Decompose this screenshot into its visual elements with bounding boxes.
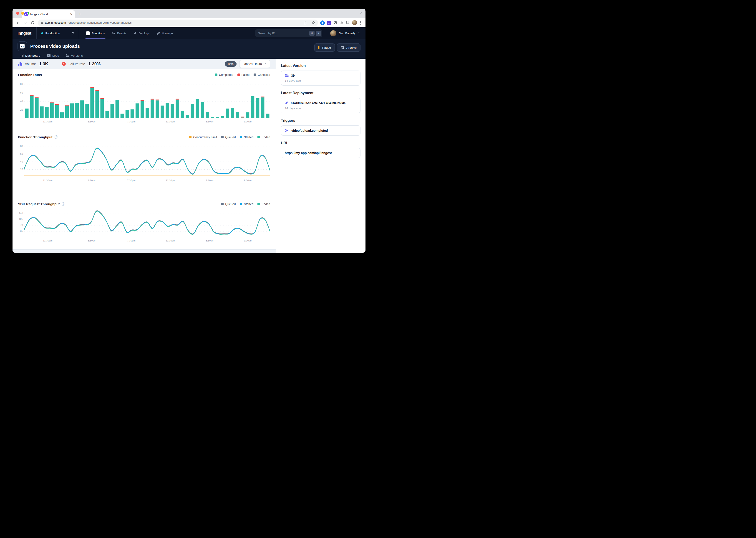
- legend-swatch-icon: [258, 136, 260, 138]
- pause-icon: [318, 46, 320, 49]
- cmd-key-badge: ⌘: [309, 31, 314, 36]
- page-title: Process video uploads: [30, 44, 80, 49]
- line-chart-plot[interactable]: [24, 210, 270, 238]
- rocket-icon: [285, 101, 289, 105]
- y-tick-label: 60: [20, 91, 23, 94]
- terminal-icon: >_: [47, 54, 51, 57]
- browser-profile-avatar[interactable]: [352, 20, 357, 25]
- reload-button[interactable]: [29, 20, 36, 26]
- nav-item-manage[interactable]: Manage: [154, 27, 176, 39]
- y-tick-label: 20: [20, 108, 23, 111]
- x-axis: 11:30am3:30pm7:30pm11:30pm3:30am9:00am: [24, 179, 270, 183]
- x-tick-label: 9:00am: [244, 120, 252, 123]
- k-key-badge: K: [316, 31, 321, 36]
- y-axis: 20406080: [18, 143, 23, 183]
- purple-extension-icon[interactable]: [327, 21, 331, 25]
- user-avatar: [330, 30, 336, 36]
- download-icon[interactable]: [340, 21, 344, 25]
- sdk-request-throughput-chart: SDK Request Throughput i QueuedStartedEn…: [13, 198, 276, 249]
- y-tick-label: 80: [20, 145, 23, 147]
- url-card: https://my-app.com/api/inngest: [281, 148, 360, 158]
- user-menu-chevron-icon: [358, 31, 360, 35]
- password-manager-extension-icon[interactable]: [320, 21, 325, 25]
- chart-legend: CompletedFailedCanceled: [215, 73, 270, 77]
- archive-button[interactable]: Archive: [337, 43, 360, 52]
- back-button[interactable]: [15, 20, 21, 26]
- bar-chart-plot[interactable]: [24, 81, 270, 118]
- trigger-card[interactable]: video/upload.completed: [281, 126, 360, 135]
- minimize-window-button[interactable]: [21, 12, 24, 15]
- user-name: Dan Farrelly: [339, 31, 355, 35]
- info-icon[interactable]: i: [62, 202, 65, 206]
- volume-label: Volume: [25, 62, 36, 66]
- function-tabs: Dashboard >_ Logs Versions: [18, 53, 360, 59]
- pause-button[interactable]: Pause: [314, 43, 335, 52]
- tab-close-icon[interactable]: ✕: [70, 13, 72, 16]
- inngest-logo[interactable]: inngest: [13, 27, 36, 39]
- tab-dashboard[interactable]: Dashboard: [18, 53, 43, 59]
- deployment-hash: 5141387e-35c2-4efe-a421-4843b86258dc: [291, 101, 346, 105]
- browser-toolbar: app.inngest.com/env/production/functions…: [13, 18, 365, 27]
- bottom-panel-edge: [13, 249, 276, 253]
- dashboard-chart-icon: [21, 54, 24, 57]
- chart-legend: Concurrency LimitQueuedStartedEnded: [189, 135, 270, 139]
- failure-x-icon: ✕: [62, 62, 66, 66]
- legend-item: Ended: [258, 135, 270, 139]
- x-tick-label: 7:30pm: [127, 120, 136, 123]
- tab-search-chevron-icon[interactable]: [359, 11, 362, 16]
- latest-version-card[interactable]: 39 14 days ago: [281, 71, 360, 85]
- environment-switcher[interactable]: Production: [37, 27, 79, 39]
- legend-item: Started: [240, 135, 253, 139]
- tab-versions[interactable]: Versions: [63, 53, 85, 59]
- y-tick-label: 20: [20, 168, 23, 171]
- x-tick-label: 3:30am: [206, 120, 214, 123]
- address-bar[interactable]: app.inngest.com/env/production/functions…: [38, 20, 318, 26]
- x-tick-label: 11:30pm: [166, 239, 175, 242]
- x-tick-label: 11:30pm: [166, 120, 175, 123]
- tab-title: Inngest Cloud: [30, 13, 68, 16]
- nav-item-deploys[interactable]: Deploys: [130, 27, 153, 39]
- x-tick-label: 11:30am: [43, 239, 53, 242]
- forward-button[interactable]: [22, 20, 28, 26]
- nav-item-functions[interactable]: <> Functions: [83, 27, 108, 39]
- url-path: /env/production/functions/growth-webapp-…: [68, 21, 132, 25]
- chart-title: Function Throughput: [18, 135, 53, 139]
- legend-swatch-icon: [258, 203, 260, 205]
- info-icon[interactable]: i: [55, 135, 58, 139]
- function-url: https://my-app.com/api/inngest: [285, 151, 332, 155]
- x-tick-label: 3:30pm: [88, 239, 96, 242]
- x-tick-label: 7:30pm: [127, 239, 136, 242]
- line-chart-plot[interactable]: [24, 143, 270, 177]
- beta-badge: Beta: [225, 61, 237, 67]
- url-host: app.inngest.com: [45, 21, 66, 25]
- latest-deployment-time: 14 days ago: [285, 107, 356, 110]
- puzzle-extensions-icon[interactable]: [334, 21, 338, 25]
- stats-bar: Volume 1.3K ✕ Failure rate 1.20% Beta La…: [13, 59, 276, 69]
- legend-swatch-icon: [189, 136, 192, 138]
- reading-list-sidebar-icon[interactable]: [346, 21, 350, 25]
- x-tick-label: 3:30pm: [88, 179, 96, 182]
- latest-deployment-card[interactable]: 5141387e-35c2-4efe-a421-4843b86258dc 14 …: [281, 98, 360, 113]
- new-tab-button[interactable]: +: [77, 11, 83, 17]
- tab-logs[interactable]: >_ Logs: [44, 53, 62, 59]
- event-trigger-icon: [285, 129, 289, 133]
- share-icon[interactable]: [302, 20, 308, 26]
- inngest-favicon-icon: [24, 12, 28, 16]
- nav-item-events[interactable]: Events: [109, 27, 129, 39]
- y-tick-label: 105: [19, 218, 23, 220]
- environment-label: Production: [45, 31, 60, 35]
- browser-tab[interactable]: Inngest Cloud ✕: [22, 10, 75, 18]
- close-window-button[interactable]: [16, 12, 19, 15]
- app-nav: inngest Production <> Functions: [13, 27, 365, 39]
- search-box[interactable]: ⌘ K: [255, 29, 322, 37]
- user-menu[interactable]: Dan Farrelly: [326, 27, 365, 39]
- time-range-dropdown[interactable]: Last 24 Hours: [239, 60, 270, 68]
- legend-swatch-icon: [237, 74, 240, 76]
- browser-menu-icon[interactable]: [359, 21, 362, 25]
- search-input[interactable]: [258, 31, 308, 35]
- x-tick-label: 3:30pm: [88, 120, 96, 123]
- bookmark-star-icon[interactable]: [310, 20, 316, 26]
- legend-item: Canceled: [254, 73, 270, 77]
- legend-swatch-icon: [215, 74, 217, 76]
- environment-chevrons-icon: [71, 31, 74, 35]
